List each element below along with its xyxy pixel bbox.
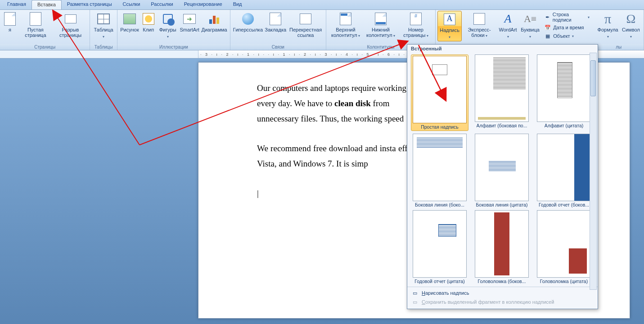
- tab-home[interactable]: Главная: [2, 0, 32, 9]
- tab-view[interactable]: Вид: [228, 0, 248, 9]
- group-links: Гиперссылка Закладка Перекрестная ссылка…: [230, 10, 326, 50]
- blank-page-button[interactable]: Пустая страница: [18, 11, 53, 39]
- save-small-icon: ▭: [411, 298, 419, 306]
- datetime-button[interactable]: 📅Дата и время: [542, 23, 591, 32]
- tab-layout[interactable]: Разметка страницы: [62, 0, 117, 9]
- gallery-item-simple[interactable]: Простая надпись: [411, 54, 468, 131]
- group-tables: Таблица Таблицы: [90, 10, 117, 50]
- gallery-section-builtin: Встроенный: [407, 45, 598, 53]
- wordart-button[interactable]: AWordArt: [497, 11, 519, 40]
- picture-button[interactable]: Рисунок: [119, 11, 140, 33]
- gallery-item-sideline-side[interactable]: Боковая линия (боко...: [411, 134, 468, 207]
- object-icon: ▦: [544, 32, 551, 40]
- textbox-gallery-popup: Встроенный Простая надпись Алфавит (боко…: [407, 44, 598, 309]
- tab-mailings[interactable]: Рассылки: [145, 0, 178, 9]
- crossref-button[interactable]: Перекрестная ссылка: [287, 11, 324, 39]
- gallery-item-puzzle-quote[interactable]: Головоломка (цитата): [535, 210, 593, 284]
- gallery-scrollbar[interactable]: [590, 53, 597, 290]
- gallery-grid: Простая надпись Алфавит (боковая по... А…: [407, 53, 598, 287]
- bookmark-button[interactable]: Закладка: [264, 11, 287, 33]
- gallery-item-annual-quote[interactable]: Годовой отчет (цитата): [411, 210, 468, 284]
- clip-button[interactable]: Клип: [140, 11, 157, 33]
- gallery-item-alphabet-quote[interactable]: Алфавит (цитата): [535, 54, 593, 131]
- textbox-button[interactable]: AНадпись: [437, 11, 462, 41]
- cover-page-button[interactable]: я: [2, 11, 18, 33]
- tab-refs[interactable]: Ссылки: [117, 0, 146, 9]
- group-illustrations: Рисунок Клип Фигуры ➜SmartArt Диаграмма …: [117, 10, 230, 50]
- equation-button[interactable]: πФормула: [596, 11, 620, 40]
- group-label-tables: Таблицы: [90, 44, 117, 50]
- ribbon-tabbar: Главная Вставка Разметка страницы Ссылки…: [0, 0, 644, 10]
- header-button[interactable]: Верхний колонтитул: [328, 11, 363, 40]
- object-button[interactable]: ▦Объект ▾: [542, 32, 591, 40]
- save-selection-item: ▭ Сохранить выделенный фрагмент в коллек…: [410, 297, 595, 306]
- group-label-links: Связи: [230, 44, 326, 50]
- chart-button[interactable]: Диаграмма: [200, 11, 228, 33]
- gallery-item-pupuzzle-side[interactable]: Головоломка (боков...: [473, 210, 531, 284]
- signature-icon: ✒: [544, 14, 551, 21]
- dropcap-button[interactable]: A≡Буквица: [519, 11, 541, 40]
- gallery-item-annual-side[interactable]: Годовой отчет (боков...: [535, 134, 593, 207]
- smartart-button[interactable]: ➜SmartArt: [179, 11, 200, 33]
- page-number-button[interactable]: #Номер страницы: [398, 11, 433, 40]
- page-break-button[interactable]: Разрыв страницы: [53, 11, 88, 39]
- signature-line-button[interactable]: ✒Строка подписи ▾: [542, 11, 591, 23]
- symbol-button[interactable]: ΩСимвол: [620, 11, 642, 40]
- table-button[interactable]: Таблица: [92, 11, 115, 40]
- tab-review[interactable]: Рецензирование: [179, 0, 228, 9]
- footer-button[interactable]: Нижний колонтитул: [363, 11, 398, 40]
- hyperlink-button[interactable]: Гиперссылка: [232, 11, 264, 33]
- calendar-icon: 📅: [544, 24, 551, 31]
- gallery-item-alphabet-side[interactable]: Алфавит (боковая по...: [473, 54, 531, 131]
- group-pages: я Пустая страница Разрыв страницы Страни…: [0, 10, 90, 50]
- group-symbols: πФормула ΩСимвол лы: [594, 10, 644, 50]
- textbox-small-icon: ▭: [411, 289, 419, 297]
- tab-insert[interactable]: Вставка: [32, 0, 62, 9]
- draw-textbox-item[interactable]: ▭ Нарисовать надпись: [410, 288, 595, 297]
- shapes-button[interactable]: Фигуры: [157, 11, 179, 40]
- group-label-symbols: лы: [594, 44, 644, 50]
- group-label-illus: Иллюстрации: [117, 44, 230, 50]
- gallery-item-sideline-quote[interactable]: Боковая линия (цитата): [473, 134, 531, 207]
- group-label-pages: Страницы: [0, 44, 90, 50]
- quickparts-button[interactable]: Экспресс-блоки: [462, 11, 497, 40]
